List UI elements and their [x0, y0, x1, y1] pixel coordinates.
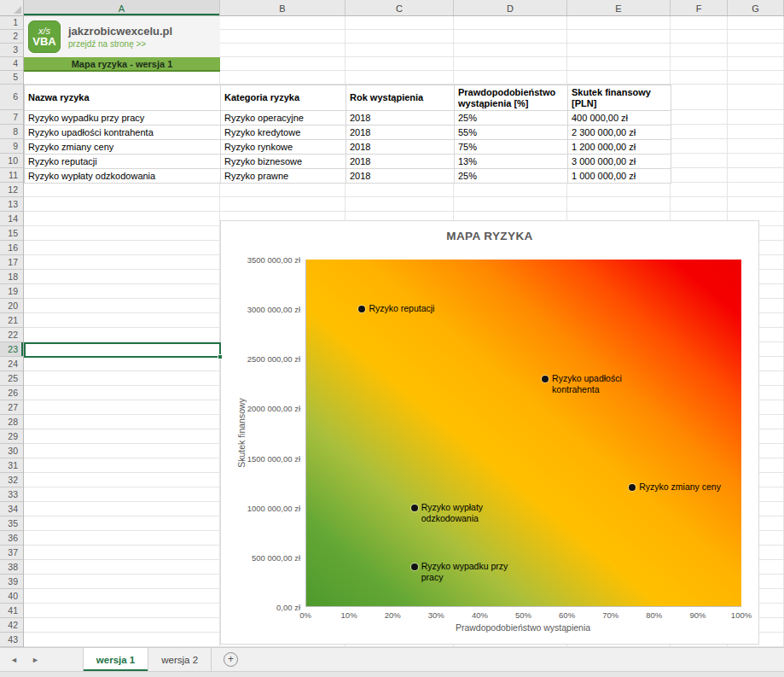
cell-C10[interactable]: 2018 — [346, 155, 455, 169]
cell-C8[interactable]: 2018 — [346, 125, 455, 140]
cell-A7[interactable]: Ryzyko wypadku przy pracy — [25, 111, 221, 125]
column-header-d[interactable]: D — [454, 0, 567, 15]
row-header-14[interactable]: 14 — [0, 212, 23, 226]
row-header-1[interactable]: 1 — [0, 16, 23, 30]
site-link[interactable]: przejdź na stronę >> — [68, 39, 172, 49]
data-point-ryzyko-zmiany-ceny[interactable] — [629, 484, 636, 491]
cell-C11[interactable]: 2018 — [346, 169, 455, 184]
data-point-ryzyko-wypadku-przy-pracy[interactable] — [411, 563, 418, 570]
row-header-20[interactable]: 20 — [0, 299, 23, 313]
cell-D7[interactable]: 25% — [455, 111, 568, 125]
row-header-23[interactable]: 23 — [0, 342, 23, 357]
data-point-ryzyko-reputacji[interactable] — [358, 306, 365, 312]
row-header-36[interactable]: 36 — [0, 531, 23, 546]
table-header-a6[interactable]: Nazwa ryzyka — [25, 85, 221, 111]
row-header-3[interactable]: 3 — [0, 44, 23, 57]
data-point-ryzyko-wypłaty-odzkodowania[interactable] — [411, 505, 418, 511]
row-header-12[interactable]: 12 — [0, 183, 23, 197]
sheet-grid[interactable]: x/s VBA jakzrobicwexcelu.pl przejdź na s… — [24, 16, 784, 647]
row-header-28[interactable]: 28 — [0, 415, 23, 429]
column-header-e[interactable]: E — [567, 0, 671, 15]
sheet-title-banner[interactable]: Mapa ryzyka - wersja 1 — [24, 57, 220, 72]
row-header-40[interactable]: 40 — [0, 589, 23, 604]
row-header-29[interactable]: 29 — [0, 429, 23, 444]
cell-A9[interactable]: Ryzyko zmiany ceny — [25, 140, 221, 155]
row-header-9[interactable]: 9 — [0, 139, 23, 154]
table-header-b6[interactable]: Kategoria ryzyka — [221, 85, 346, 111]
column-header-f[interactable]: F — [671, 0, 728, 15]
sheet-tab-wersja-1[interactable]: wersja 1 — [83, 648, 148, 671]
row-header-17[interactable]: 17 — [0, 255, 23, 270]
x-tick-label: 0% — [299, 610, 311, 620]
row-header-19[interactable]: 19 — [0, 284, 23, 299]
row-header-38[interactable]: 38 — [0, 560, 23, 575]
row-header-24[interactable]: 24 — [0, 357, 23, 371]
row-header-34[interactable]: 34 — [0, 502, 23, 517]
column-header-b[interactable]: B — [220, 0, 346, 15]
select-all-corner[interactable] — [0, 0, 24, 16]
table-header-d6[interactable]: Prawdopodobieństwo wystąpienia [%] — [455, 85, 568, 111]
cell-D11[interactable]: 25% — [455, 169, 568, 184]
row-header-39[interactable]: 39 — [0, 575, 23, 589]
cell-B7[interactable]: Ryzyko operacyjne — [221, 111, 346, 125]
tab-scroll-right-icon[interactable]: ► — [32, 656, 39, 664]
cell-A8[interactable]: Ryzyko upadłości kontrahenta — [25, 125, 221, 140]
cell-E11[interactable]: 1 000 000,00 zł — [568, 169, 671, 184]
row-header-15[interactable]: 15 — [0, 226, 23, 241]
row-header-35[interactable]: 35 — [0, 517, 23, 531]
cell-E9[interactable]: 1 200 000,00 zł — [568, 140, 671, 155]
cell-D9[interactable]: 75% — [455, 140, 568, 155]
cell-E7[interactable]: 400 000,00 zł — [568, 111, 671, 125]
data-point-ryzyko-upadłości-kontrahenta[interactable] — [542, 376, 549, 382]
row-header-26[interactable]: 26 — [0, 386, 23, 400]
cell-B10[interactable]: Ryzyko biznesowe — [221, 155, 346, 169]
row-header-41[interactable]: 41 — [0, 604, 23, 618]
column-header-c[interactable]: C — [346, 0, 454, 15]
row-header-32[interactable]: 32 — [0, 473, 23, 487]
row-header-33[interactable]: 33 — [0, 487, 23, 502]
row-header-2[interactable]: 2 — [0, 30, 23, 44]
column-header-a[interactable]: A — [24, 0, 220, 15]
row-header-22[interactable]: 22 — [0, 328, 23, 342]
column-header-g[interactable]: G — [728, 0, 784, 15]
cell-B9[interactable]: Ryzyko rynkowe — [221, 140, 346, 155]
cell-E8[interactable]: 2 300 000,00 zł — [568, 125, 671, 140]
row-header-7[interactable]: 7 — [0, 110, 23, 125]
cell-E10[interactable]: 3 000 000,00 zł — [568, 155, 671, 169]
cell-D8[interactable]: 55% — [455, 125, 568, 140]
row-header-30[interactable]: 30 — [0, 444, 23, 458]
row-header-13[interactable]: 13 — [0, 197, 23, 212]
table-header-e6[interactable]: Skutek finansowy [PLN] — [568, 85, 671, 111]
fill-handle[interactable] — [218, 354, 223, 359]
sheet-tab-wersja-2[interactable]: wersja 2 — [148, 648, 212, 671]
row-header-42[interactable]: 42 — [0, 618, 23, 633]
selected-cell-a23[interactable] — [24, 342, 221, 358]
risk-map-chart[interactable]: MAPA RYZYKA 3500 000,00 zł3000 000,00 zł… — [220, 220, 759, 645]
cell-A11[interactable]: Ryzyko wypłaty odzkodowania — [25, 169, 221, 184]
cell-A10[interactable]: Ryzyko reputacji — [25, 155, 221, 169]
add-sheet-button[interactable]: + — [224, 652, 238, 667]
cell-D10[interactable]: 13% — [455, 155, 568, 169]
row-header-18[interactable]: 18 — [0, 270, 23, 284]
row-header-4[interactable]: 4 — [0, 57, 23, 71]
excel-window: ABCDEFG 12345678910111213141516171819202… — [0, 0, 784, 677]
cell-C7[interactable]: 2018 — [346, 111, 455, 125]
row-header-5[interactable]: 5 — [0, 71, 23, 85]
row-header-27[interactable]: 27 — [0, 400, 23, 415]
row-header-43[interactable]: 43 — [0, 633, 23, 647]
tab-scroll-left-icon[interactable]: ◄ — [10, 656, 18, 664]
row-header-8[interactable]: 8 — [0, 125, 23, 139]
table-header-c6[interactable]: Rok wystąpienia — [346, 85, 455, 111]
row-header-25[interactable]: 25 — [0, 371, 23, 386]
row-header-31[interactable]: 31 — [0, 458, 23, 473]
row-header-21[interactable]: 21 — [0, 313, 23, 328]
cell-B8[interactable]: Ryzyko kredytowe — [221, 125, 346, 140]
y-tick-label: 1000 000,00 zł — [221, 503, 300, 512]
cell-B11[interactable]: Ryzyko prawne — [221, 169, 346, 184]
row-header-11[interactable]: 11 — [0, 168, 23, 183]
cell-C9[interactable]: 2018 — [346, 140, 455, 155]
row-header-10[interactable]: 10 — [0, 154, 23, 168]
row-header-16[interactable]: 16 — [0, 241, 23, 255]
row-header-6[interactable]: 6 — [0, 85, 23, 110]
row-header-37[interactable]: 37 — [0, 546, 23, 560]
